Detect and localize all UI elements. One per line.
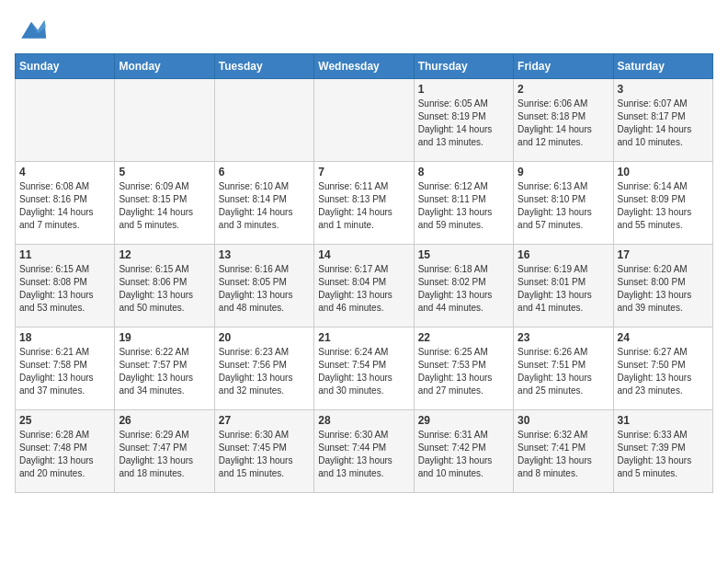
calendar-day-cell: 23Sunrise: 6:26 AM Sunset: 7:51 PM Dayli… [514,327,613,410]
day-info: Sunrise: 6:23 AM Sunset: 7:56 PM Dayligh… [219,346,310,397]
calendar-header-row: SundayMondayTuesdayWednesdayThursdayFrid… [16,54,713,79]
day-info: Sunrise: 6:31 AM Sunset: 7:42 PM Dayligh… [418,429,509,480]
day-info: Sunrise: 6:22 AM Sunset: 7:57 PM Dayligh… [119,346,210,397]
day-info: Sunrise: 6:16 AM Sunset: 8:05 PM Dayligh… [219,263,310,315]
day-number: 6 [219,166,310,178]
calendar-week-row: 4Sunrise: 6:08 AM Sunset: 8:16 PM Daylig… [16,162,713,245]
logo [15,15,51,42]
calendar-day-cell: 29Sunrise: 6:31 AM Sunset: 7:42 PM Dayli… [414,410,513,493]
day-info: Sunrise: 6:10 AM Sunset: 8:14 PM Dayligh… [219,180,310,232]
logo-icon [15,15,48,42]
calendar-day-cell: 10Sunrise: 6:14 AM Sunset: 8:09 PM Dayli… [613,162,712,245]
calendar-day-cell: 3Sunrise: 6:07 AM Sunset: 8:17 PM Daylig… [613,79,712,162]
day-info: Sunrise: 6:33 AM Sunset: 7:39 PM Dayligh… [618,429,709,480]
day-number: 9 [518,166,609,178]
day-info: Sunrise: 6:07 AM Sunset: 8:17 PM Dayligh… [618,98,709,149]
calendar-day-cell: 18Sunrise: 6:21 AM Sunset: 7:58 PM Dayli… [16,327,115,410]
day-info: Sunrise: 6:30 AM Sunset: 7:45 PM Dayligh… [219,429,310,480]
day-number: 7 [318,166,409,178]
day-number: 3 [618,83,709,96]
calendar-day-cell: 7Sunrise: 6:11 AM Sunset: 8:13 PM Daylig… [314,162,414,245]
calendar-day-cell: 24Sunrise: 6:27 AM Sunset: 7:50 PM Dayli… [613,327,712,410]
day-number: 4 [19,166,110,178]
day-number: 17 [618,248,709,261]
day-info: Sunrise: 6:05 AM Sunset: 8:19 PM Dayligh… [418,98,509,149]
day-info: Sunrise: 6:28 AM Sunset: 7:48 PM Dayligh… [19,429,110,480]
day-info: Sunrise: 6:15 AM Sunset: 8:06 PM Dayligh… [119,263,210,315]
weekday-header: Thursday [414,54,513,79]
day-info: Sunrise: 6:26 AM Sunset: 7:51 PM Dayligh… [518,346,609,397]
calendar-day-cell: 13Sunrise: 6:16 AM Sunset: 8:05 PM Dayli… [214,245,313,327]
day-info: Sunrise: 6:13 AM Sunset: 8:10 PM Dayligh… [518,180,609,232]
calendar-week-row: 18Sunrise: 6:21 AM Sunset: 7:58 PM Dayli… [16,327,713,410]
day-info: Sunrise: 6:09 AM Sunset: 8:15 PM Dayligh… [119,180,210,232]
day-number: 25 [19,414,110,427]
calendar-week-row: 25Sunrise: 6:28 AM Sunset: 7:48 PM Dayli… [16,410,713,493]
day-info: Sunrise: 6:25 AM Sunset: 7:53 PM Dayligh… [418,346,509,397]
day-info: Sunrise: 6:27 AM Sunset: 7:50 PM Dayligh… [618,346,709,397]
day-number: 13 [219,248,310,261]
day-number: 12 [119,248,210,261]
day-info: Sunrise: 6:20 AM Sunset: 8:00 PM Dayligh… [618,263,709,315]
calendar-day-cell [115,79,214,162]
weekday-header: Sunday [16,54,115,79]
day-number: 22 [418,331,509,344]
day-info: Sunrise: 6:15 AM Sunset: 8:08 PM Dayligh… [19,263,110,315]
day-number: 24 [618,331,709,344]
calendar-day-cell: 19Sunrise: 6:22 AM Sunset: 7:57 PM Dayli… [115,327,214,410]
calendar-day-cell: 26Sunrise: 6:29 AM Sunset: 7:47 PM Dayli… [115,410,214,493]
calendar-day-cell: 16Sunrise: 6:19 AM Sunset: 8:01 PM Dayli… [514,245,613,327]
day-info: Sunrise: 6:30 AM Sunset: 7:44 PM Dayligh… [318,429,409,480]
day-info: Sunrise: 6:21 AM Sunset: 7:58 PM Dayligh… [19,346,110,397]
day-number: 20 [219,331,310,344]
page-header [15,15,713,42]
day-info: Sunrise: 6:29 AM Sunset: 7:47 PM Dayligh… [119,429,210,480]
day-info: Sunrise: 6:17 AM Sunset: 8:04 PM Dayligh… [318,263,409,315]
day-number: 11 [19,248,110,261]
calendar-day-cell: 9Sunrise: 6:13 AM Sunset: 8:10 PM Daylig… [514,162,613,245]
day-info: Sunrise: 6:06 AM Sunset: 8:18 PM Dayligh… [518,98,609,149]
weekday-header: Friday [514,54,613,79]
day-number: 2 [518,83,609,96]
calendar-day-cell: 4Sunrise: 6:08 AM Sunset: 8:16 PM Daylig… [16,162,115,245]
weekday-header: Wednesday [314,54,414,79]
day-number: 16 [518,248,609,261]
day-number: 5 [119,166,210,178]
calendar-week-row: 11Sunrise: 6:15 AM Sunset: 8:08 PM Dayli… [16,245,713,327]
day-info: Sunrise: 6:24 AM Sunset: 7:54 PM Dayligh… [318,346,409,397]
day-number: 29 [418,414,509,427]
calendar-day-cell: 2Sunrise: 6:06 AM Sunset: 8:18 PM Daylig… [514,79,613,162]
day-info: Sunrise: 6:14 AM Sunset: 8:09 PM Dayligh… [618,180,709,232]
calendar-day-cell: 15Sunrise: 6:18 AM Sunset: 8:02 PM Dayli… [414,245,513,327]
calendar-day-cell [314,79,414,162]
calendar-day-cell: 14Sunrise: 6:17 AM Sunset: 8:04 PM Dayli… [314,245,414,327]
day-number: 14 [318,248,409,261]
calendar-table: SundayMondayTuesdayWednesdayThursdayFrid… [15,53,713,493]
calendar-day-cell: 5Sunrise: 6:09 AM Sunset: 8:15 PM Daylig… [115,162,214,245]
calendar-day-cell: 12Sunrise: 6:15 AM Sunset: 8:06 PM Dayli… [115,245,214,327]
day-number: 1 [418,83,509,96]
weekday-header: Saturday [613,54,712,79]
day-number: 19 [119,331,210,344]
calendar-day-cell: 31Sunrise: 6:33 AM Sunset: 7:39 PM Dayli… [613,410,712,493]
day-info: Sunrise: 6:18 AM Sunset: 8:02 PM Dayligh… [418,263,509,315]
day-number: 26 [119,414,210,427]
day-number: 27 [219,414,310,427]
calendar-day-cell: 20Sunrise: 6:23 AM Sunset: 7:56 PM Dayli… [214,327,313,410]
calendar-day-cell [16,79,115,162]
day-number: 15 [418,248,509,261]
calendar-day-cell: 21Sunrise: 6:24 AM Sunset: 7:54 PM Dayli… [314,327,414,410]
day-info: Sunrise: 6:19 AM Sunset: 8:01 PM Dayligh… [518,263,609,315]
day-number: 21 [318,331,409,344]
day-number: 23 [518,331,609,344]
calendar-day-cell: 27Sunrise: 6:30 AM Sunset: 7:45 PM Dayli… [214,410,313,493]
calendar-day-cell: 28Sunrise: 6:30 AM Sunset: 7:44 PM Dayli… [314,410,414,493]
calendar-day-cell: 22Sunrise: 6:25 AM Sunset: 7:53 PM Dayli… [414,327,513,410]
calendar-day-cell: 17Sunrise: 6:20 AM Sunset: 8:00 PM Dayli… [613,245,712,327]
calendar-day-cell: 11Sunrise: 6:15 AM Sunset: 8:08 PM Dayli… [16,245,115,327]
calendar-day-cell: 6Sunrise: 6:10 AM Sunset: 8:14 PM Daylig… [214,162,313,245]
day-info: Sunrise: 6:11 AM Sunset: 8:13 PM Dayligh… [318,180,409,232]
day-number: 10 [618,166,709,178]
calendar-day-cell [214,79,313,162]
calendar-day-cell: 8Sunrise: 6:12 AM Sunset: 8:11 PM Daylig… [414,162,513,245]
